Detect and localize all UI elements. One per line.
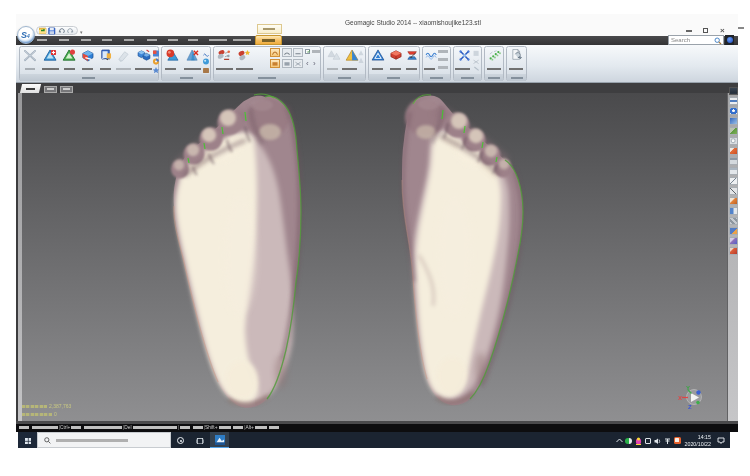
svg-text:X: X	[678, 395, 682, 401]
svg-text:Y: Y	[686, 385, 690, 391]
svg-text:Z: Z	[688, 404, 692, 410]
